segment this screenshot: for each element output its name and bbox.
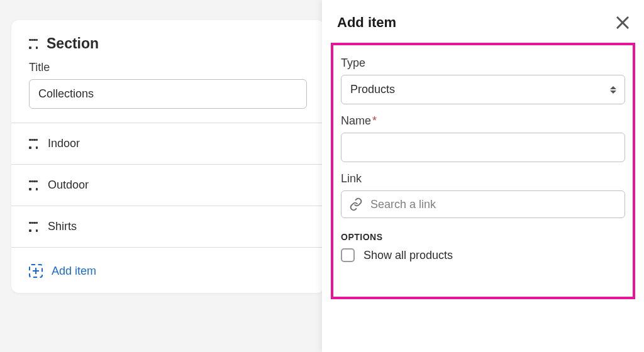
close-icon [614,14,631,31]
link-input-wrap[interactable] [341,190,625,218]
select-caret-icon [610,86,616,94]
add-item-panel: Add item Type Products Name* Link OPTION… [322,0,644,352]
show-all-checkbox[interactable] [341,248,355,262]
link-icon [349,197,363,211]
type-label: Type [341,57,625,70]
close-button[interactable] [614,14,631,31]
section-heading: Section [47,35,99,52]
options-heading: OPTIONS [341,232,625,242]
drag-handle-icon[interactable] [29,222,38,232]
title-field-group: Title [11,52,325,123]
section-card: Section Title Indoor Outdoor Shirts Add … [11,20,325,293]
list-item-label: Outdoor [48,179,89,192]
type-select-value: Products [341,75,625,104]
link-label: Link [341,172,625,185]
highlighted-form-area: Type Products Name* Link OPTIONS Show al… [331,43,635,299]
name-input[interactable] [341,133,625,162]
type-select[interactable]: Products [341,75,625,104]
title-input[interactable] [29,79,307,109]
add-item-button[interactable]: Add item [11,248,325,293]
list-item[interactable]: Indoor [11,123,325,165]
show-all-label: Show all products [364,249,453,262]
panel-title: Add item [337,14,396,31]
list-item[interactable]: Outdoor [11,165,325,206]
drag-handle-icon[interactable] [29,180,38,190]
title-label: Title [29,61,307,74]
link-search-input[interactable] [370,198,617,211]
list-item-label: Indoor [48,137,80,150]
drag-handle-icon[interactable] [29,139,38,149]
list-item[interactable]: Shirts [11,206,325,248]
required-star-icon: * [372,114,377,127]
add-item-label: Add item [52,265,96,278]
show-all-products-row: Show all products [341,248,625,262]
name-label: Name* [341,114,625,128]
panel-header: Add item [322,0,644,43]
section-header: Section [11,20,325,52]
list-item-label: Shirts [48,220,77,233]
add-plus-icon [29,264,43,278]
drag-handle-icon[interactable] [29,39,38,49]
